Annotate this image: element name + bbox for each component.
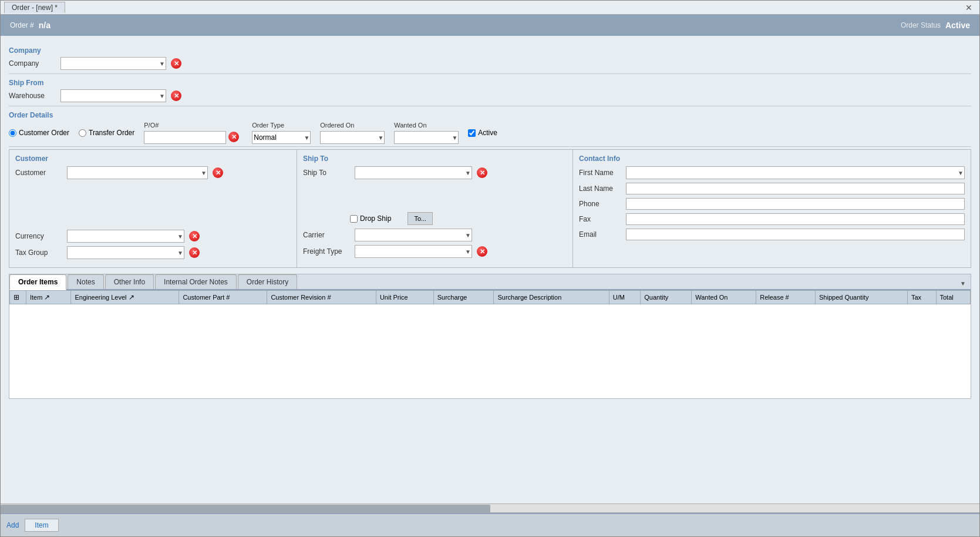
order-type-dropdown[interactable]: Normal Rush Blanket <box>252 131 311 144</box>
po-input-wrap: ✕ <box>144 131 226 144</box>
tab-notes-label: Notes <box>76 278 95 286</box>
th-icon: ⊞ <box>10 291 26 304</box>
ship-to-clear-button[interactable]: ✕ <box>477 167 487 178</box>
freight-type-row: Freight Type ▼ ✕ <box>303 245 567 258</box>
customer-row: Customer ▼ ✕ <box>15 166 291 179</box>
th-wanted-on[interactable]: Wanted On <box>692 291 756 304</box>
th-item-sort: ↗ <box>44 293 50 301</box>
warehouse-dropdown[interactable] <box>60 89 166 102</box>
transfer-order-radio[interactable]: Transfer Order <box>79 129 134 137</box>
items-table: ⊞ Item ↗ Engineering Level ↗ Customer Pa… <box>9 290 971 304</box>
th-tax[interactable]: Tax <box>907 291 936 304</box>
horizontal-scrollbar[interactable] <box>1 504 979 513</box>
drop-ship-text: Drop Ship <box>360 214 391 223</box>
to-button[interactable]: To... <box>408 212 433 225</box>
tab-internal-order-notes[interactable]: Internal Order Notes <box>155 274 237 289</box>
tab-order-items[interactable]: Order Items <box>9 274 66 290</box>
order-details-section: Order Details Customer Order Transfer Or… <box>9 111 971 144</box>
tab-order-history[interactable]: Order History <box>238 274 297 289</box>
order-status-label: Order Status <box>901 21 941 29</box>
ship-to-col-label: Ship To <box>303 155 567 163</box>
freight-type-clear-button[interactable]: ✕ <box>477 246 487 257</box>
currency-label: Currency <box>15 232 62 240</box>
ship-to-dropdown-wrap: ▼ <box>355 166 472 179</box>
th-total[interactable]: Total <box>936 291 971 304</box>
th-shipped-qty[interactable]: Shipped Quantity <box>816 291 908 304</box>
first-name-label: First Name <box>579 169 626 177</box>
ship-to-field-label: Ship To <box>303 169 350 177</box>
po-group: P/O# ✕ <box>144 122 226 144</box>
th-eng-sort: ↗ <box>129 293 134 301</box>
email-input[interactable] <box>626 229 965 240</box>
tax-group-clear-button[interactable]: ✕ <box>189 247 200 258</box>
ship-from-section-label: Ship From <box>9 79 971 87</box>
fax-input[interactable] <box>626 213 965 225</box>
add-link[interactable]: Add <box>6 521 19 529</box>
po-clear-button[interactable]: ✕ <box>228 132 239 142</box>
freight-type-dropdown[interactable] <box>355 245 472 258</box>
tabs-container: Order Items Notes Other Info Internal Or… <box>9 274 971 399</box>
th-cust-rev[interactable]: Customer Revision # <box>267 291 376 304</box>
th-unit-price[interactable]: Unit Price <box>376 291 433 304</box>
item-button[interactable]: Item <box>25 519 58 532</box>
wanted-on-wrap: ▼ <box>394 131 459 144</box>
tab-notes[interactable]: Notes <box>68 274 103 289</box>
ordered-on-dropdown[interactable] <box>320 131 385 144</box>
drop-ship-checkbox[interactable] <box>350 215 358 223</box>
order-header: Order # n/a Order Status Active <box>1 15 979 36</box>
currency-dropdown[interactable] <box>67 230 184 243</box>
empty-table-area <box>9 304 971 398</box>
transfer-order-radio-input[interactable] <box>79 129 86 137</box>
th-release-num[interactable]: Release # <box>756 291 816 304</box>
th-quantity[interactable]: Quantity <box>641 291 692 304</box>
po-input[interactable] <box>144 131 226 144</box>
customer-order-radio[interactable]: Customer Order <box>9 129 69 137</box>
th-item[interactable]: Item ↗ <box>26 291 71 304</box>
items-table-wrap: ⊞ Item ↗ Engineering Level ↗ Customer Pa… <box>9 290 971 398</box>
fax-label: Fax <box>579 215 626 223</box>
th-surcharge[interactable]: Surcharge <box>433 291 494 304</box>
carrier-dropdown[interactable] <box>355 229 472 241</box>
order-hash-label: Order # <box>10 21 34 29</box>
tax-group-dropdown[interactable] <box>67 246 184 259</box>
carrier-label: Carrier <box>303 231 350 239</box>
tabs-collapse-arrow[interactable]: ▼ <box>955 278 971 289</box>
customer-order-radio-input[interactable] <box>9 129 16 137</box>
table-settings-icon[interactable]: ⊞ <box>14 293 19 301</box>
customer-dropdown[interactable] <box>67 166 208 179</box>
warehouse-clear-button[interactable]: ✕ <box>171 90 181 101</box>
company-clear-button[interactable]: ✕ <box>171 58 181 69</box>
active-checkbox-label[interactable]: Active <box>468 129 497 137</box>
th-um[interactable]: U/M <box>609 291 640 304</box>
close-button[interactable]: ✕ <box>962 3 976 12</box>
three-column-section: Customer Customer ▼ ✕ Currency <box>9 149 971 268</box>
th-eng-level[interactable]: Engineering Level ↗ <box>71 291 179 304</box>
active-label: Active <box>478 129 497 137</box>
contact-info-col-label: Contact Info <box>579 155 965 163</box>
tax-group-row: Tax Group ▼ ✕ <box>15 246 291 259</box>
scroll-thumb[interactable] <box>1 505 490 513</box>
th-cust-part[interactable]: Customer Part # <box>179 291 267 304</box>
ship-from-section: Ship From Warehouse ▼ ✕ <box>9 79 971 102</box>
order-details-row: Customer Order Transfer Order P/O# ✕ O <box>9 122 971 144</box>
customer-order-label: Customer Order <box>19 129 69 137</box>
phone-input[interactable] <box>626 198 965 210</box>
order-number-area: Order # n/a <box>10 21 50 30</box>
ship-to-row: Ship To ▼ ✕ <box>303 166 567 179</box>
tab-other-info[interactable]: Other Info <box>105 274 154 289</box>
company-dropdown[interactable] <box>60 57 166 70</box>
last-name-input[interactable] <box>626 183 965 194</box>
freight-type-label: Freight Type <box>303 247 350 256</box>
customer-clear-button[interactable]: ✕ <box>213 167 223 178</box>
ship-to-dropdown[interactable] <box>355 166 472 179</box>
currency-clear-button[interactable]: ✕ <box>189 231 200 241</box>
order-type-group: Order Type Normal Rush Blanket ▼ <box>252 122 311 144</box>
wanted-on-dropdown[interactable] <box>394 131 459 144</box>
active-checkbox[interactable] <box>468 129 476 137</box>
th-surcharge-desc[interactable]: Surcharge Description <box>494 291 609 304</box>
first-name-dropdown[interactable] <box>626 166 965 179</box>
title-bar: Order - [new] * ✕ <box>1 1 979 15</box>
drop-ship-label[interactable]: Drop Ship <box>350 214 391 223</box>
last-name-row: Last Name <box>579 183 965 194</box>
drop-ship-row: Drop Ship To... <box>303 212 567 225</box>
